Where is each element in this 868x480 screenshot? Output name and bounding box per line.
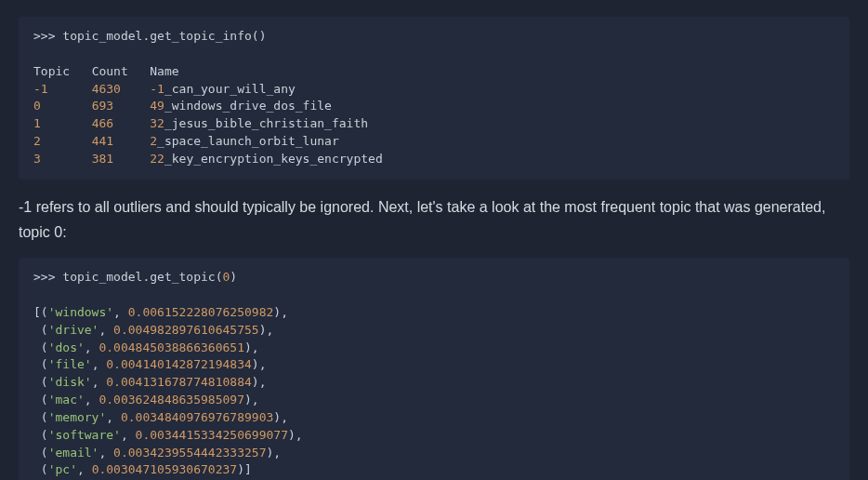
cell-name-text: _jesus_bible_christian_faith [164,116,368,130]
tuple-end: ), [273,305,288,319]
list-open: ( [33,446,48,460]
cell-name-text: _windows_drive_dos_file [164,99,332,113]
cell-name-text: _key_encryption_keys_encrypted [164,152,383,166]
code-object: topic_model [62,270,142,284]
tuple-sep: , [121,428,136,442]
tuple-sep: , [113,305,128,319]
col-topic: Topic [33,64,70,78]
cell-name-prefix: 32 [150,116,164,130]
list-item: ('software', 0.0034415334250699077), [33,428,303,442]
cell-count: 466 [92,116,121,130]
cell-topic: 1 [33,116,62,130]
cell-topic: 0 [33,99,62,113]
table-body: -1 4630 -1_can_your_will_any 0 693 49_wi… [33,82,383,166]
repl-prompt: >>> [33,270,62,284]
list-item: ('memory', 0.0034840976976789903), [33,410,288,424]
tuple-word: 'drive' [48,323,99,337]
table-row: -1 4630 -1_can_your_will_any [33,82,296,96]
tuple-end: ), [288,428,303,442]
table-header-row: Topic Count Name [33,64,179,78]
cell-name-text: _can_your_will_any [164,82,296,96]
result-list: [('windows', 0.006152228076250982), ('dr… [33,305,303,477]
tuple-value: 0.003624848635985097 [99,393,244,407]
tuple-end: ), [244,340,259,354]
cell-topic: -1 [33,82,62,96]
code-args: () [252,29,267,43]
tuple-end: ), [266,446,281,460]
tuple-sep: , [85,393,99,407]
list-open: ( [33,410,48,424]
cell-name-prefix: 2 [150,134,157,148]
list-open: [( [33,305,48,319]
code-open-paren: ( [216,270,223,284]
cell-name-prefix: 49 [150,99,164,113]
tuple-end: ), [252,375,267,389]
list-open: ( [33,462,48,476]
code-block-topic-info: >>> topic_model.get_topic_info() Topic C… [19,17,849,180]
cell-count: 381 [92,152,121,166]
code-pre: >>> topic_model.get_topic_info() Topic C… [33,28,835,168]
list-item: ('disk', 0.004131678774810884), [33,375,266,389]
tuple-word: 'pc' [48,462,77,476]
tuple-word: 'memory' [48,410,107,424]
code-method: get_topic_info [150,29,252,43]
cell-topic: 2 [33,134,62,148]
tuple-sep: , [99,446,113,460]
list-open: ( [33,393,48,407]
list-item: ('email', 0.0034239554442333257), [33,446,281,460]
tuple-end: ), [259,323,274,337]
tuple-end: ), [273,410,288,424]
list-item: ('file', 0.004140142872194834), [33,357,266,371]
cell-count: 4630 [92,82,121,96]
tuple-sep: , [99,323,113,337]
tuple-value: 0.003047105930670237 [92,462,238,476]
tuple-word: 'email' [48,446,99,460]
tuple-word: 'mac' [48,393,85,407]
tuple-value: 0.0034239554442333257 [113,446,266,460]
tuple-sep: , [92,375,107,389]
code-close-paren: ) [230,270,237,284]
tuple-value: 0.004140142872194834 [106,357,252,371]
col-name: Name [150,64,178,78]
list-open: ( [33,375,48,389]
list-item: [('windows', 0.006152228076250982), [33,305,288,319]
tuple-word: 'disk' [48,375,92,389]
table-row: 0 693 49_windows_drive_dos_file [33,99,332,113]
tuple-word: 'windows' [48,305,113,319]
repl-prompt: >>> [33,29,62,43]
tuple-value: 0.0034415334250699077 [136,428,288,442]
tuple-word: 'file' [48,357,92,371]
tuple-value: 0.004845038866360651 [99,340,244,354]
tuple-word: 'dos' [48,340,85,354]
cell-name-text: _space_launch_orbit_lunar [157,134,339,148]
code-method: get_topic [150,270,215,284]
code-pre: >>> topic_model.get_topic(0) [('windows'… [33,269,835,479]
tuple-word: 'software' [48,428,121,442]
list-open: ( [33,357,48,371]
table-row: 2 441 2_space_launch_orbit_lunar [33,134,339,148]
col-count: Count [92,64,128,78]
cell-count: 693 [92,99,121,113]
list-open: ( [33,340,48,354]
table-row: 1 466 32_jesus_bible_christian_faith [33,116,368,130]
tuple-value: 0.0034840976976789903 [121,410,273,424]
code-block-get-topic: >>> topic_model.get_topic(0) [('windows'… [19,258,849,480]
tuple-value: 0.004131678774810884 [106,375,252,389]
cell-name-prefix: -1 [150,82,164,96]
list-item: ('pc', 0.003047105930670237)] [33,462,252,476]
code-object: topic_model [62,29,142,43]
cell-count: 441 [92,134,121,148]
tuple-value: 0.004982897610645755 [113,323,259,337]
tuple-end: ), [252,357,267,371]
list-item: ('drive', 0.004982897610645755), [33,323,273,337]
table-row: 3 381 22_key_encryption_keys_encrypted [33,152,383,166]
list-open: ( [33,323,48,337]
explanation-text: -1 refers to all outliers and should typ… [19,194,849,245]
list-open: ( [33,428,48,442]
tuple-sep: , [106,410,121,424]
cell-name-prefix: 22 [150,152,164,166]
tuple-sep: , [85,340,99,354]
list-item: ('mac', 0.003624848635985097), [33,393,259,407]
tuple-end: ), [244,393,259,407]
cell-topic: 3 [33,152,62,166]
